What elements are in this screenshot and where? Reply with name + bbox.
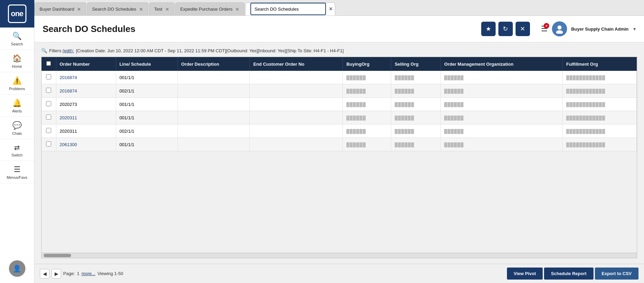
pagination: ◀ ▶ Page: 1 more... Viewing 1-50 (40, 269, 123, 279)
sidebar-label-home: Home (12, 64, 22, 68)
fulfillment-org-cell: ████████████ (563, 138, 637, 151)
switch-icon: ⇄ (14, 143, 20, 152)
selling-org-cell: ██████ (391, 138, 441, 151)
sidebar-item-home[interactable]: 🏠 Home (0, 50, 34, 72)
tab-close-expedite[interactable]: ✕ (235, 7, 239, 12)
sidebar-label-alerts: Alerts (12, 109, 22, 113)
user-dropdown-arrow[interactable]: ▾ (633, 26, 636, 32)
header-right: ☰ ★ Buyer Supply Chain Admin ▾ (541, 21, 636, 36)
row-checkbox-cell[interactable] (42, 71, 56, 84)
line-schedule-cell: 002/1/1 (116, 124, 178, 138)
tab-close-buyer-dashboard[interactable]: ✕ (77, 7, 81, 12)
row-checkbox[interactable] (46, 101, 51, 106)
page-next-button[interactable]: ▶ (52, 269, 61, 279)
col-header-buying-org: BuyingOrg (343, 57, 391, 71)
sidebar-item-problems[interactable]: ⚠️ Problems (0, 72, 34, 95)
end-customer-cell (250, 98, 343, 111)
viewing-label: Viewing 1-50 (98, 271, 123, 276)
sidebar-item-chats[interactable]: 💬 Chats (0, 117, 34, 139)
table-inner[interactable]: Order Number Line/ Schedule Order Descri… (42, 57, 637, 253)
notification-badge: ★ (544, 23, 549, 29)
app-logo[interactable]: one (0, 0, 34, 28)
tab-search-input[interactable] (250, 3, 326, 15)
export-csv-button[interactable]: Export to CSV (595, 268, 639, 280)
selling-org-value: ██████ (395, 129, 414, 134)
tab-expedite[interactable]: Expedite Purchase Orders ✕ (175, 2, 245, 15)
fulfillment-org-cell: ████████████ (563, 71, 637, 84)
row-checkbox[interactable] (46, 74, 51, 79)
order-description-cell (178, 98, 250, 111)
page-prev-button[interactable]: ◀ (40, 269, 49, 279)
selling-org-value: ██████ (395, 116, 414, 120)
col-header-fulfillment-org: Fulfillment Org (563, 57, 637, 71)
tab-buyer-dashboard[interactable]: Buyer Dashboard ✕ (34, 2, 86, 15)
fulfillment-org-cell: ████████████ (563, 98, 637, 111)
selling-org-value: ██████ (395, 75, 414, 80)
refresh-button[interactable]: ↻ (498, 22, 513, 36)
menu-button[interactable]: ☰ ★ (541, 24, 548, 33)
order-number-link[interactable]: 2020311 (60, 115, 77, 120)
tab-label-expedite: Expedite Purchase Orders (180, 7, 233, 12)
selling-org-value: ██████ (395, 102, 414, 107)
filters-edit-link[interactable]: (edit): (63, 48, 74, 53)
tab-test[interactable]: Test ✕ (149, 2, 174, 15)
row-checkbox-cell[interactable] (42, 98, 56, 111)
line-schedule-cell: 001/1/1 (116, 111, 178, 124)
row-checkbox[interactable] (46, 128, 51, 133)
sidebar-item-switch[interactable]: ⇄ Switch (0, 139, 34, 161)
schedule-report-button[interactable]: Schedule Report (544, 268, 593, 280)
row-checkbox[interactable] (46, 88, 51, 93)
order-number-link[interactable]: 2061300 (60, 142, 77, 147)
row-checkbox-cell[interactable] (42, 111, 56, 124)
home-icon: 🏠 (12, 54, 22, 63)
horizontal-scrollbar-area[interactable] (41, 253, 637, 258)
order-number-cell: 2016874 (56, 71, 116, 84)
table-row: 2016874002/1/1██████████████████████████… (42, 84, 637, 98)
select-all-checkbox[interactable] (46, 61, 51, 66)
end-customer-cell (250, 84, 343, 98)
col-header-selling-org: Selling Org (391, 57, 441, 71)
order-number-link[interactable]: 2016874 (60, 88, 77, 94)
tab-search-do-2[interactable]: ✕ (245, 2, 335, 15)
selling-org-value: ██████ (395, 142, 414, 147)
order-description-cell (178, 124, 250, 138)
header-actions: ★ ↻ ✕ ☰ ★ Buyer Supply Chain Admin ▾ (481, 21, 636, 36)
row-checkbox[interactable] (46, 141, 51, 146)
view-pivot-button[interactable]: View Pivot (507, 268, 543, 280)
sidebar-item-menus[interactable]: ☰ Menus/Favs (0, 161, 34, 183)
col-header-checkbox[interactable] (42, 57, 56, 71)
user-name[interactable]: Buyer Supply Chain Admin (571, 26, 629, 32)
chats-icon: 💬 (12, 121, 22, 130)
sidebar-user-avatar[interactable]: 👤 (9, 260, 25, 277)
tab-search-do-1[interactable]: Search DO Schedules ✕ (87, 2, 148, 15)
row-checkbox-cell[interactable] (42, 138, 56, 151)
sidebar-label-problems: Problems (9, 87, 25, 91)
page-more-link[interactable]: more... (81, 271, 95, 276)
order-mgmt-org-cell: ██████ (441, 111, 563, 124)
data-table: Order Number Line/ Schedule Order Descri… (42, 57, 637, 151)
row-checkbox-cell[interactable] (42, 84, 56, 98)
table-row: 2020311002/1/1██████████████████████████… (42, 124, 637, 138)
page-label: Page: (63, 271, 75, 276)
fulfillment-value: ████████████ (566, 116, 605, 120)
row-checkbox[interactable] (46, 115, 51, 120)
order-number-link[interactable]: 2016874 (60, 75, 77, 80)
order-mgmt-org-cell: ██████ (441, 71, 563, 84)
favorite-button[interactable]: ★ (481, 22, 496, 36)
tab-close-test[interactable]: ✕ (165, 7, 169, 12)
order-mgmt-org-cell: ██████ (441, 124, 563, 138)
horizontal-scrollbar-thumb[interactable] (44, 254, 71, 257)
tab-close-search-do-2[interactable]: ✕ (329, 7, 333, 11)
close-button[interactable]: ✕ (516, 22, 530, 36)
selling-org-cell: ██████ (391, 111, 441, 124)
sidebar: one 🔍 Search 🏠 Home ⚠️ Problems 🔔 Alerts… (0, 0, 34, 283)
page-header: Search DO Schedules ★ ↻ ✕ ☰ ★ Buyer Supp… (34, 16, 644, 42)
fulfillment-org-cell: ████████████ (563, 111, 637, 124)
row-checkbox-cell[interactable] (42, 124, 56, 138)
logo-text: one (8, 4, 26, 23)
page-title: Search DO Schedules (43, 24, 135, 34)
tab-close-search-do-1[interactable]: ✕ (139, 7, 143, 12)
user-avatar-header[interactable] (552, 21, 567, 36)
sidebar-item-search[interactable]: 🔍 Search (0, 28, 34, 50)
sidebar-item-alerts[interactable]: 🔔 Alerts (0, 95, 34, 117)
